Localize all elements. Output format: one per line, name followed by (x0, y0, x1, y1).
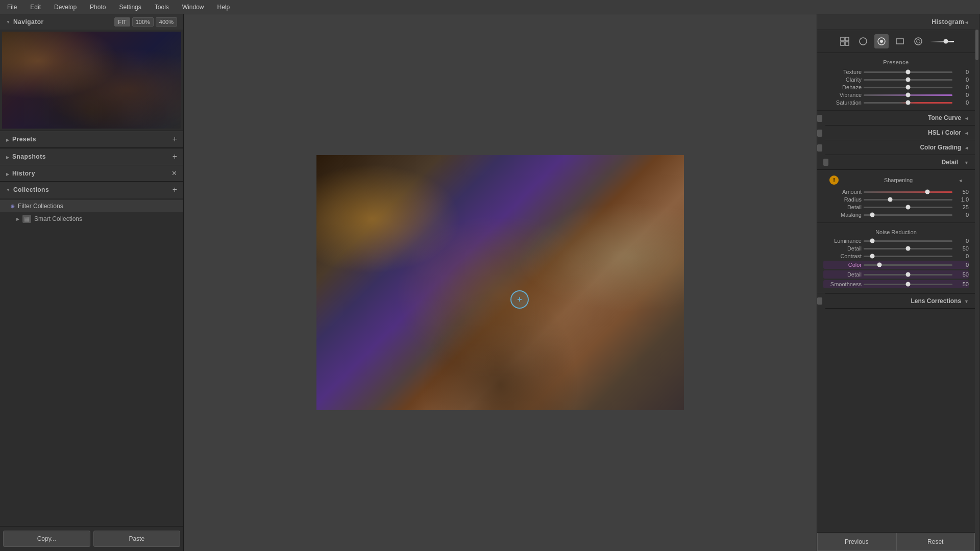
menu-window[interactable]: Window (180, 3, 206, 12)
lens-corrections-side-indicator[interactable] (817, 297, 822, 305)
menu-develop[interactable]: Develop (52, 3, 79, 12)
zoom-100-button[interactable]: 100% (132, 17, 154, 27)
tone-curve-header[interactable]: Tone Curve (825, 111, 975, 126)
detail-header[interactable]: Detail (817, 155, 975, 170)
dehaze-thumb[interactable] (906, 85, 911, 90)
luminance-nr-thumb[interactable] (870, 239, 875, 243)
detail-title: Detail (941, 159, 958, 166)
sharpening-title: Sharpening (839, 177, 958, 183)
rect-tool-icon[interactable] (893, 34, 907, 48)
contrast-nr-value: 0 (954, 253, 969, 259)
color-nr-thumb[interactable] (877, 263, 882, 267)
hsl-color-side-indicator[interactable] (817, 130, 822, 137)
detail-sharp-thumb[interactable] (906, 205, 911, 210)
circle-tool-icon[interactable] (856, 34, 870, 48)
previous-button[interactable]: Previous (817, 533, 896, 551)
right-scrollbar-thumb[interactable] (975, 30, 978, 60)
color-nr-slider[interactable] (864, 264, 952, 266)
filter-collections-item[interactable]: ⊕ Filter Collections (0, 200, 183, 212)
radius-slider[interactable] (864, 199, 952, 201)
collections-header[interactable]: Collections + (0, 182, 183, 198)
detail-nr-thumb[interactable] (906, 246, 911, 251)
dehaze-label: Dehaze (823, 84, 862, 90)
color-grading-side-indicator[interactable] (817, 144, 822, 152)
presets-title: Presets (12, 136, 36, 143)
histogram-header[interactable]: Histogram (817, 14, 975, 30)
clarity-row: Clarity 0 (823, 77, 969, 83)
navigator-preview[interactable] (2, 32, 181, 129)
sharpening-warning-icon: ! (829, 176, 839, 185)
dehaze-slider[interactable] (864, 87, 952, 88)
paste-button[interactable]: Paste (93, 531, 181, 547)
menu-help[interactable]: Help (215, 3, 232, 12)
texture-thumb[interactable] (906, 70, 911, 74)
sharpening-header: ! Sharpening (823, 173, 969, 187)
saturation-slider[interactable] (864, 102, 952, 104)
snapshots-add-button[interactable]: + (173, 153, 177, 161)
presets-header[interactable]: Presets + (0, 131, 183, 148)
texture-slider[interactable] (864, 71, 952, 73)
history-close-button[interactable]: ✕ (172, 169, 177, 177)
ring-tool-icon[interactable] (911, 34, 925, 48)
dot-circle-tool-icon[interactable] (874, 34, 889, 48)
brightness-slider-icon[interactable] (929, 34, 955, 48)
radius-thumb[interactable] (888, 197, 893, 202)
detail-side-indicator[interactable] (823, 159, 828, 166)
smart-collections-item[interactable]: ▦ Smart Collections (0, 212, 183, 226)
menu-file[interactable]: File (5, 3, 19, 12)
contrast-nr-label: Contrast (823, 253, 862, 259)
menu-tools[interactable]: Tools (153, 3, 171, 12)
tone-curve-side-indicator[interactable] (817, 115, 822, 122)
masking-thumb[interactable] (870, 213, 875, 217)
amount-thumb[interactable] (925, 190, 930, 194)
detail-sharp-row: Detail 25 (823, 204, 969, 210)
detail-nr-slider[interactable] (864, 248, 952, 249)
zoom-400-button[interactable]: 400% (156, 17, 177, 27)
menu-photo[interactable]: Photo (88, 3, 108, 12)
saturation-value: 0 (954, 99, 969, 106)
color-nr-row: Color 0 (823, 261, 969, 269)
hsl-color-header[interactable]: HSL / Color (825, 126, 975, 140)
vibrance-slider[interactable] (864, 94, 952, 96)
contrast-nr-slider[interactable] (864, 256, 952, 257)
collections-content: ⊕ Filter Collections ▦ Smart Collections (0, 198, 183, 228)
color-detail-nr-thumb[interactable] (906, 272, 911, 277)
copy-button[interactable]: Copy... (3, 531, 90, 547)
luminance-nr-row: Luminance 0 (823, 238, 969, 244)
smart-collections-label: Smart Collections (34, 215, 82, 222)
snapshots-header[interactable]: Snapshots + (0, 148, 183, 165)
menu-edit[interactable]: Edit (28, 3, 43, 12)
svg-point-8 (915, 38, 922, 45)
saturation-thumb[interactable] (906, 101, 911, 105)
reset-button[interactable]: Reset (896, 533, 975, 551)
vibrance-thumb[interactable] (906, 93, 911, 97)
clarity-thumb[interactable] (906, 78, 911, 82)
lens-corrections-header[interactable]: Lens Corrections (825, 293, 975, 309)
clarity-slider[interactable] (864, 79, 952, 81)
color-detail-nr-slider[interactable] (864, 274, 952, 276)
grid-tool-icon[interactable] (838, 34, 852, 48)
zoom-fit-button[interactable]: FIT (114, 17, 130, 27)
smoothness-nr-slider[interactable] (864, 284, 952, 285)
smoothness-nr-thumb[interactable] (906, 282, 911, 287)
tone-curve-title: Tone Curve (928, 114, 961, 121)
detail-sharp-slider[interactable] (864, 207, 952, 208)
amount-slider[interactable] (864, 191, 952, 193)
presets-add-button[interactable]: + (173, 135, 177, 143)
tone-curve-collapse-icon (964, 115, 969, 121)
color-grading-header[interactable]: Color Grading (825, 140, 975, 155)
navigator-header[interactable]: Navigator FIT 100% 400% (0, 14, 183, 30)
svg-point-4 (860, 38, 867, 45)
luminance-nr-slider[interactable] (864, 240, 952, 242)
masking-label: Masking (823, 212, 862, 218)
contrast-nr-thumb[interactable] (870, 254, 875, 259)
snapshots-header-left: Snapshots (6, 153, 46, 160)
menu-settings[interactable]: Settings (117, 3, 143, 12)
history-header-left: History (6, 170, 35, 177)
masking-slider[interactable] (864, 214, 952, 216)
right-scrollbar[interactable] (975, 14, 979, 551)
navigator-title: Navigator (13, 18, 44, 26)
main-photo[interactable] (316, 155, 684, 410)
collections-add-button[interactable]: + (173, 186, 177, 194)
history-header[interactable]: History ✕ (0, 165, 183, 181)
